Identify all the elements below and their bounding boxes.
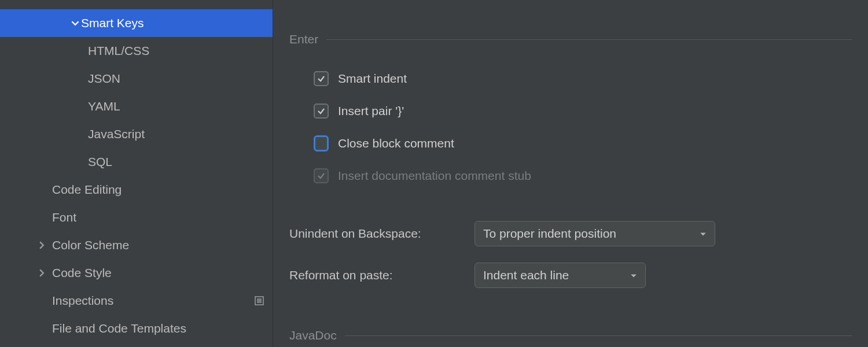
sidebar-item-label: Font xyxy=(52,211,264,224)
sidebar-item-label: SQL xyxy=(88,155,264,169)
checkbox-label: Smart indent xyxy=(338,72,407,86)
sidebar-item-label: File and Code Templates xyxy=(52,322,264,335)
check-close-block-comment[interactable]: Close block comment xyxy=(314,127,852,160)
check-insert-pair-brace[interactable]: Insert pair '}' xyxy=(314,95,852,127)
chevron-down-icon xyxy=(69,19,81,27)
sidebar-item-html-css[interactable]: HTML/CSS xyxy=(0,37,273,65)
sidebar-item-code-editing[interactable]: Code Editing xyxy=(0,176,273,204)
select-value: To proper indent position xyxy=(483,227,616,241)
form-label: Unindent on Backspace: xyxy=(289,227,463,241)
checkbox-icon xyxy=(314,135,329,152)
form-rows: Unindent on Backspace: To proper indent … xyxy=(289,192,852,296)
check-insert-doc-stub: Insert documentation comment stub xyxy=(314,160,852,192)
select-reformat-paste[interactable]: Indent each line xyxy=(475,263,646,288)
sidebar-item-smart-keys[interactable]: Smart Keys xyxy=(0,9,273,37)
sidebar-item-file-code-templates[interactable]: File and Code Templates xyxy=(0,315,273,342)
enter-checkbox-group: Smart indent Insert pair '}' Close block… xyxy=(289,46,852,192)
sidebar-item-label: Color Scheme xyxy=(52,238,264,252)
sidebar-item-label: Smart Keys xyxy=(81,16,264,30)
sidebar-item-font[interactable]: Font xyxy=(0,204,273,231)
sidebar-item-json[interactable]: JSON xyxy=(0,65,273,93)
checkbox-label: Insert documentation comment stub xyxy=(338,169,531,183)
select-unindent-backspace[interactable]: To proper indent position xyxy=(475,221,715,246)
checkbox-label: Close block comment xyxy=(338,136,454,150)
section-title: Enter xyxy=(289,32,318,46)
section-title: JavaDoc xyxy=(289,328,337,342)
checkbox-icon xyxy=(314,104,329,119)
settings-content: Enter Smart indent Insert pair '}' Close… xyxy=(273,0,868,347)
caret-down-icon xyxy=(700,227,707,241)
svg-rect-1 xyxy=(257,298,262,303)
sidebar-item-label: Inspections xyxy=(52,294,254,308)
section-header-javadoc: JavaDoc xyxy=(289,328,852,342)
sidebar-item-javascript[interactable]: JavaScript xyxy=(0,120,273,148)
section-header-enter: Enter xyxy=(289,32,852,46)
checkbox-icon xyxy=(314,71,329,86)
settings-sidebar: Smart Keys HTML/CSS JSON YAML JavaScript… xyxy=(0,0,273,347)
sidebar-item-label: Code Style xyxy=(52,266,264,280)
checkbox-label: Insert pair '}' xyxy=(338,104,404,118)
caret-down-icon xyxy=(630,268,637,282)
section-divider xyxy=(326,39,852,40)
check-smart-indent[interactable]: Smart indent xyxy=(314,62,852,95)
form-label: Reformat on paste: xyxy=(289,268,463,282)
select-value: Indent each line xyxy=(483,268,569,282)
sidebar-item-code-style[interactable]: Code Style xyxy=(0,259,273,287)
sidebar-item-label: Code Editing xyxy=(52,183,264,197)
sidebar-item-label: JSON xyxy=(88,72,264,86)
row-reformat-paste: Reformat on paste: Indent each line xyxy=(289,254,852,296)
settings-dialog-icon xyxy=(254,296,264,306)
sidebar-item-yaml[interactable]: YAML xyxy=(0,93,273,120)
checkbox-icon xyxy=(314,168,329,183)
sidebar-item-color-scheme[interactable]: Color Scheme xyxy=(0,231,273,259)
sidebar-item-label: YAML xyxy=(88,99,264,113)
row-unindent-backspace: Unindent on Backspace: To proper indent … xyxy=(289,213,852,254)
sidebar-item-label: HTML/CSS xyxy=(88,44,264,58)
chevron-right-icon xyxy=(36,269,47,277)
sidebar-item-inspections[interactable]: Inspections xyxy=(0,287,273,315)
section-divider xyxy=(345,335,852,336)
chevron-right-icon xyxy=(36,241,47,249)
sidebar-item-label: JavaScript xyxy=(88,127,264,141)
sidebar-item-sql[interactable]: SQL xyxy=(0,148,273,176)
